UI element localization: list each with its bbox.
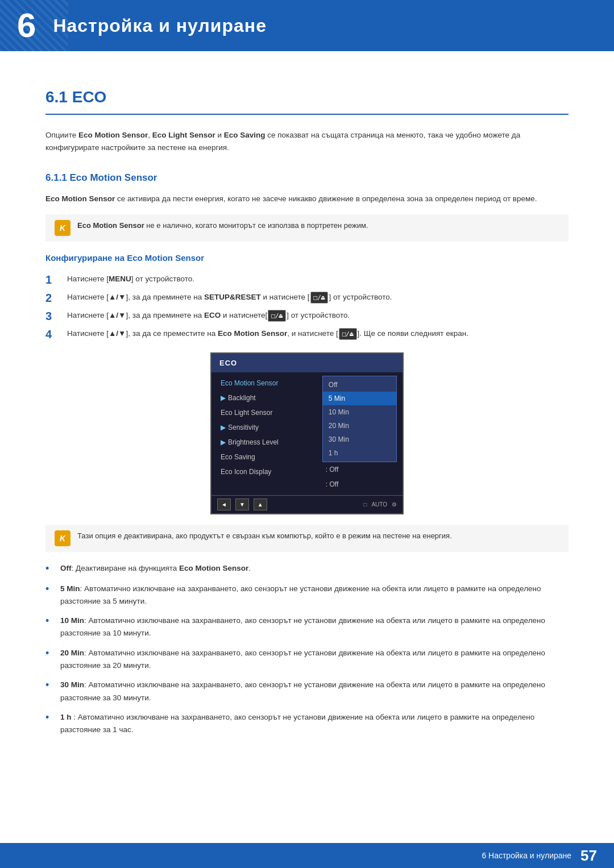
eco-menu-item-icon: Eco Icon Display [217,464,311,479]
eco-menu-body: Eco Motion Sensor ▶Backlight Eco Light S… [211,372,403,495]
bullet-10min: • 10 Min: Автоматично изключване на захр… [45,614,569,640]
eco-option-5min: 5 Min [323,392,396,405]
bullet-30min: • 30 Min: Автоматично изключване на захр… [45,679,569,704]
eco-menu-item-brightness: ▶Brightness Level [217,435,311,450]
eco-option-30min: 30 Min [323,433,396,446]
eco-menu-item-motion: Eco Motion Sensor [217,376,311,391]
step-2: 2 Натиснете [▲/▼], за да преминете на SE… [45,291,569,305]
step-4: 4 Натиснете [▲/▼], за да се преместите н… [45,327,569,341]
note-text-1: Eco Motion Sensor не е налично, когато м… [77,220,368,231]
footer-label-1: □ [363,500,367,509]
eco-menu-left: Eco Motion Sensor ▶Backlight Eco Light S… [211,376,317,492]
chapter-header: 6 Настройка и нулиране [0,0,614,51]
footer-page-number: 57 [580,845,597,867]
footer-chapter-label: 6 Настройка и нулиране [482,850,571,862]
eco-option-20min: 20 Min [323,419,396,433]
section-6-1-1-title: 6.1.1 Eco Motion Sensor [45,171,569,185]
steps-list: 1 Натиснете [MENU] от устройството. 2 На… [45,273,569,341]
note-icon-1: K [55,220,70,236]
config-heading: Конфигуриране на Eco Motion Sensor [45,252,569,265]
eco-btn-nav: ▼ [235,499,249,510]
main-content: 6.1 ECO Опциите Eco Motion Sensor, Eco L… [0,51,614,788]
eco-menu-item-backlight: ▶Backlight [217,391,311,405]
chapter-number: 6 [17,9,36,43]
bullet-20min: • 20 Min: Автоматично изключване на захр… [45,647,569,672]
eco-menu-footer: ◄ ▼ ▲ □ AUTO ⚙ [211,495,403,513]
eco-menu-right: Off 5 Min 10 Min 20 Min 30 Min 1 h : Off… [317,376,403,492]
eco-btn-enter: ▲ [254,499,267,510]
eco-menu-item-saving: Eco Saving [217,450,311,464]
section-6-1-intro: Опциите Eco Motion Sensor, Eco Light Sen… [45,129,569,155]
section-6-1-1-body: Eco Motion Sensor се активира да пести е… [45,193,569,205]
eco-option-off: Off [323,378,396,392]
eco-menu-item-light: Eco Light Sensor [217,405,311,420]
bullet-5min: • 5 Min: Автоматично изключване на захра… [45,583,569,608]
note-box-1: K Eco Motion Sensor не е налично, когато… [45,214,569,242]
chapter-title: Настройка и нулиране [53,12,267,39]
bullet-1h: • 1 h : Автоматично изключване на захран… [45,711,569,737]
bullet-off: • Off: Деактивиране на функцията Eco Mot… [45,562,569,575]
footer-label-2: AUTO [371,500,387,509]
bullet-list: • Off: Деактивиране на функцията Eco Mot… [45,562,569,736]
eco-menu-item-sensitivity: ▶Sensitivity [217,420,311,435]
section-6-1-title: 6.1 ECO [45,85,569,115]
footer-label-3: ⚙ [392,500,397,509]
note-box-2: K Тази опция е деактивирана, ако продукт… [45,525,569,552]
eco-footer-right: □ AUTO ⚙ [363,500,397,509]
eco-option-1h: 1 h [323,446,396,460]
eco-menu-title: ECO [211,354,403,373]
step-1: 1 Натиснете [MENU] от устройството. [45,273,569,286]
step-3: 3 Натиснете [▲/▼], за да преминете на EC… [45,309,569,323]
page-footer: 6 Настройка и нулиране 57 [0,843,614,868]
eco-menu: ECO Eco Motion Sensor ▶Backlight Eco Lig… [210,352,404,515]
eco-dropdown-box: Off 5 Min 10 Min 20 Min 30 Min 1 h [322,376,397,462]
note-text-2: Тази опция е деактивирана, ако продуктът… [77,530,452,542]
eco-dropdown: Off 5 Min 10 Min 20 Min 30 Min 1 h [322,376,397,462]
eco-saving-value: : Off [322,462,397,477]
eco-footer-buttons: ◄ ▼ ▲ [217,499,267,510]
eco-menu-screenshot: ECO Eco Motion Sensor ▶Backlight Eco Lig… [45,352,569,515]
eco-btn-back: ◄ [217,499,231,510]
eco-icon-value: : Off [322,477,397,492]
eco-option-10min: 10 Min [323,405,396,419]
note-icon-2: K [55,530,70,546]
